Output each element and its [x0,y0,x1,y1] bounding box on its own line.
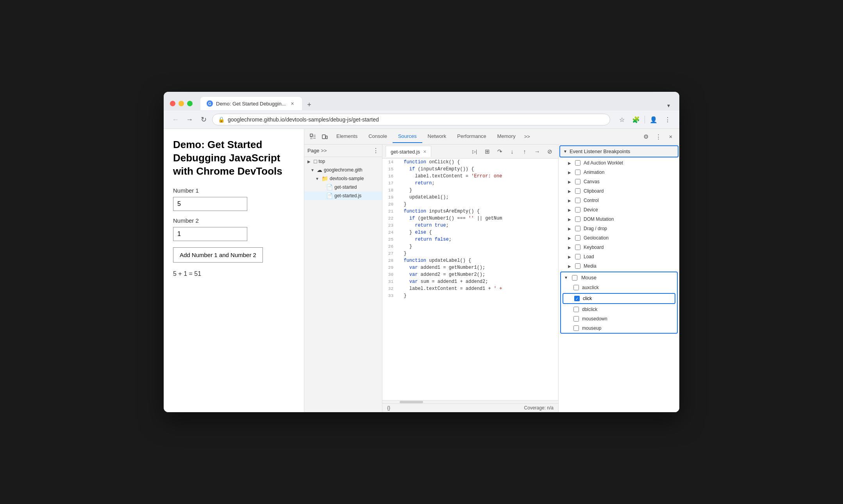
number2-input[interactable] [173,227,247,241]
bp-item-media[interactable]: ▶ Media [559,261,679,271]
extension-button[interactable]: 🧩 [630,114,641,125]
bp-checkbox-keyboard[interactable] [575,245,580,250]
code-line-28[interactable]: 28 function updateLabel() { [382,257,558,264]
tree-item-domain[interactable]: ▼ ☁ googlechrome.gith [304,166,382,174]
bp-checkbox-auxclick[interactable] [573,285,579,290]
code-tab-close-button[interactable]: × [423,148,426,155]
bp-item-device[interactable]: ▶ Device [559,205,679,214]
code-line-17[interactable]: 17 return; [382,180,558,187]
devtools-more-button[interactable]: ⋮ [653,131,664,142]
code-line-24[interactable]: 24 } else { [382,229,558,236]
tab-elements[interactable]: Elements [331,130,363,143]
maximize-window-button[interactable] [187,101,193,106]
bp-item-dblclick[interactable]: dblclick [561,305,677,314]
code-line-20[interactable]: 20 } [382,201,558,208]
step-over-button[interactable]: ↷ [494,146,505,157]
horizontal-scrollbar[interactable] [400,401,423,403]
address-bar[interactable]: 🔒 [212,114,610,125]
step-out-button[interactable]: ↑ [519,146,530,157]
code-line-29[interactable]: 29 var addend1 = getNumber1(); [382,264,558,271]
address-input[interactable] [228,116,604,123]
bp-checkbox-media[interactable] [575,263,580,269]
bp-checkbox-device[interactable] [575,207,580,213]
bp-item-load[interactable]: ▶ Load [559,252,679,261]
back-button[interactable]: ← [170,114,181,125]
devtools-settings-button[interactable]: ⚙ [640,131,651,142]
pretty-print-button[interactable]: ▷| [469,146,480,157]
reload-button[interactable]: ↻ [198,114,209,125]
toggle-breakpoints-button[interactable]: ⊞ [482,146,493,157]
code-line-32[interactable]: 32 label.textContent = addend1 + ' + [382,285,558,292]
bp-checkbox-clipboard[interactable] [575,188,580,194]
event-listener-breakpoints-header[interactable]: ▼ Event Listener Breakpoints [559,145,679,157]
new-tab-button[interactable]: + [304,99,314,110]
tree-item-get-started-js[interactable]: 📄 get-started.js [304,191,382,200]
inspect-element-button[interactable] [307,131,318,142]
code-line-25[interactable]: 25 return false; [382,236,558,243]
tab-sources[interactable]: Sources [393,130,422,143]
devtools-close-button[interactable]: × [665,131,676,142]
account-button[interactable]: 👤 [648,114,659,125]
code-line-23[interactable]: 23 return true; [382,222,558,229]
bp-item-canvas[interactable]: ▶ Canvas [559,177,679,186]
code-line-15[interactable]: 15 if (inputsAreEmpty()) { [382,166,558,173]
bp-item-animation[interactable]: ▶ Animation [559,168,679,177]
bookmark-button[interactable]: ☆ [616,114,627,125]
code-line-14[interactable]: 14 function onClick() { [382,159,558,166]
code-line-30[interactable]: 30 var addend2 = getNumber2(); [382,271,558,278]
bp-checkbox-ad-auction[interactable] [575,160,580,166]
devtools-more-tabs[interactable]: >> [521,134,533,139]
bp-checkbox-geolocation[interactable] [575,235,580,241]
deactivate-breakpoints-button[interactable]: ⊘ [544,146,555,157]
tree-item-top[interactable]: ▶ □ top [304,157,382,166]
bp-item-drag-drop[interactable]: ▶ Drag / drop [559,224,679,233]
code-line-22[interactable]: 22 if (getNumber1() === '' || getNum [382,215,558,222]
browser-tab-active[interactable]: G Demo: Get Started Debuggin... × [200,97,302,110]
bp-checkbox-canvas[interactable] [575,179,580,184]
close-window-button[interactable] [170,101,175,106]
forward-button[interactable]: → [184,114,195,125]
step-into-button[interactable]: ↓ [507,146,518,157]
bp-item-keyboard[interactable]: ▶ Keyboard [559,243,679,252]
bp-item-geolocation[interactable]: ▶ Geolocation [559,233,679,243]
add-numbers-button[interactable]: Add Number 1 and Number 2 [173,247,263,263]
file-tree-tab[interactable]: Page [307,148,319,154]
bp-item-ad-auction[interactable]: ▶ Ad Auction Worklet [559,158,679,168]
bp-item-mouseup[interactable]: mouseup [561,323,677,333]
minimize-window-button[interactable] [179,101,184,106]
tab-console[interactable]: Console [363,130,393,143]
bp-item-dom-mutation[interactable]: ▶ DOM Mutation [559,214,679,224]
tab-performance[interactable]: Performance [452,130,491,143]
bp-checkbox-mouseup[interactable] [573,325,579,331]
bp-item-control[interactable]: ▶ Control [559,196,679,205]
device-toolbar-button[interactable] [319,131,330,142]
code-line-33[interactable]: 33 } [382,292,558,299]
file-tree-menu-button[interactable]: ⋮ [373,147,379,154]
more-options-button[interactable]: ⋮ [662,114,673,125]
bp-item-clipboard[interactable]: ▶ Clipboard [559,186,679,196]
tab-network[interactable]: Network [422,130,452,143]
bp-item-auxclick[interactable]: auxclick [561,283,677,292]
bp-checkbox-mousedown[interactable] [573,316,579,322]
bp-checkbox-animation[interactable] [575,170,580,175]
bp-item-mousedown[interactable]: mousedown [561,314,677,323]
bp-checkbox-load[interactable] [575,254,580,259]
code-tab-get-started-js[interactable]: get-started.js × [386,146,431,157]
file-tree-more[interactable]: >> [321,148,327,154]
bp-checkbox-mouse[interactable] [572,275,577,281]
step-button[interactable]: → [532,146,543,157]
code-line-19[interactable]: 19 updateLabel(); [382,194,558,201]
bp-checkbox-dom-mutation[interactable] [575,216,580,222]
tab-dropdown-button[interactable]: ▾ [664,101,673,110]
tab-memory[interactable]: Memory [492,130,521,143]
code-line-27[interactable]: 27 } [382,250,558,257]
bp-checkbox-control[interactable] [575,198,580,203]
tab-close-button[interactable]: × [289,100,296,107]
bp-mouse-section-header[interactable]: ▼ Mouse [561,272,677,283]
code-line-21[interactable]: 21 function inputsAreEmpty() { [382,208,558,215]
bp-checkbox-drag-drop[interactable] [575,226,580,231]
bp-checkbox-dblclick[interactable] [573,307,579,312]
code-line-31[interactable]: 31 var sum = addend1 + addend2; [382,278,558,285]
tree-item-devtools-sample[interactable]: ▼ 📁 devtools-sample [304,174,382,183]
tree-item-get-started[interactable]: 📄 get-started [304,183,382,191]
